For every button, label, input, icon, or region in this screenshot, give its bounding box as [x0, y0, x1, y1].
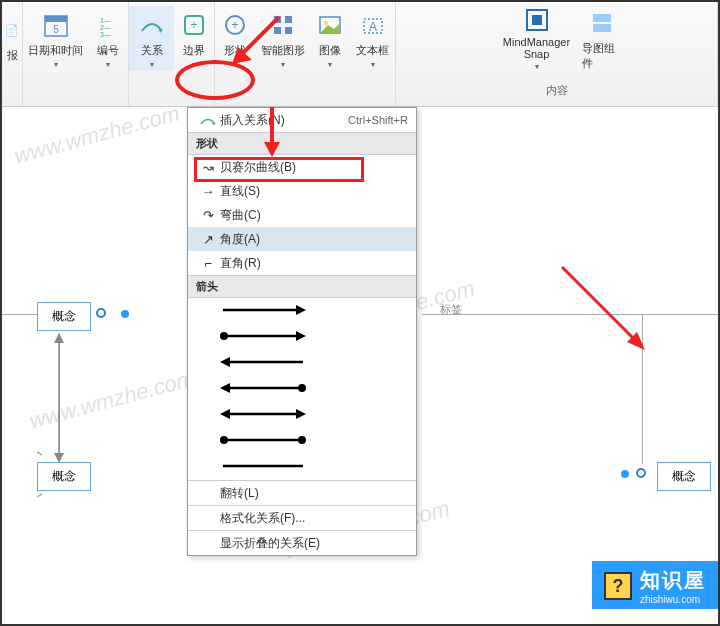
textbox-icon: A	[357, 9, 389, 41]
node-port[interactable]	[636, 468, 646, 478]
svg-point-29	[220, 332, 228, 340]
arrow-option-7[interactable]	[188, 454, 416, 480]
connector-dashed	[422, 314, 720, 315]
node-label: 概念	[52, 469, 76, 483]
brand-url: zhishiwu.com	[640, 594, 706, 605]
menu-bezier[interactable]: ↝ 贝赛尔曲线(B)	[188, 155, 416, 179]
svg-marker-24	[54, 333, 64, 343]
ribbon: 📄 报 5 日期和时间 ▾ 1—2—3— 编号 ▾	[2, 2, 718, 107]
chevron-down-icon: ▾	[150, 60, 154, 69]
menu-right-angle[interactable]: ⌐ 直角(R)	[188, 251, 416, 275]
brand-badge: ? 知识屋 zhishiwu.com	[592, 561, 718, 609]
mapparts-icon	[586, 7, 618, 39]
node-concept-3[interactable]: 概念	[657, 462, 711, 491]
node-port[interactable]	[96, 308, 106, 318]
relation-icon	[136, 9, 168, 41]
snap-icon	[521, 6, 553, 34]
node-concept-2[interactable]: 概念	[37, 462, 91, 491]
rightangle-icon: ⌐	[196, 256, 220, 271]
ribbon-btn-number[interactable]: 1—2—3— 编号 ▾	[88, 6, 128, 71]
svg-point-16	[324, 21, 328, 25]
ribbon-btn-boundary[interactable]: + 边界 ▾	[174, 6, 214, 71]
svg-rect-20	[532, 15, 542, 25]
ribbon-btn-image[interactable]: 图像 ▾	[310, 6, 350, 71]
arrow-option-5[interactable]	[188, 402, 416, 428]
menu-label: 直线(S)	[220, 183, 408, 200]
watermark: www.wmzhe.com	[12, 100, 183, 169]
menu-label: 角度(A)	[220, 231, 408, 248]
ribbon-btn-mapparts[interactable]: 导图组件	[582, 6, 622, 71]
ribbon-btn-datetime[interactable]: 5 日期和时间 ▾	[23, 6, 88, 71]
chevron-down-icon: ▾	[371, 60, 375, 69]
svg-rect-12	[285, 16, 292, 23]
svg-rect-14	[285, 27, 292, 34]
node-concept-1[interactable]: 概念	[37, 302, 91, 331]
ribbon-group-4: + 形状 ▾ 智能图形 ▾ 图像 ▾ A	[215, 2, 396, 106]
svg-rect-1	[45, 16, 67, 22]
ribbon-section-label: 内容	[546, 83, 568, 102]
arrow-option-2[interactable]	[188, 324, 416, 350]
svg-point-36	[298, 384, 306, 392]
brand-logo-icon: ?	[604, 572, 632, 600]
menu-label: 翻转(L)	[220, 485, 408, 502]
node-label: 概念	[52, 309, 76, 323]
arrow-option-3[interactable]	[188, 350, 416, 376]
ribbon-label: 编号	[97, 43, 119, 58]
ribbon-group-1: 📄 报	[2, 2, 23, 106]
menu-label: 贝赛尔曲线(B)	[220, 159, 408, 176]
menu-label: 插入关系(N)	[220, 112, 348, 129]
chevron-down-icon: ▾	[54, 60, 58, 69]
smartshape-icon	[267, 9, 299, 41]
edge-label[interactable]: 标签	[440, 302, 462, 317]
calendar-icon: 5	[40, 9, 72, 41]
ribbon-group-3: 关系 ▾ + 边界 ▾	[129, 2, 215, 106]
svg-text:5: 5	[53, 24, 59, 35]
ribbon-btn-relation[interactable]: 关系 ▾	[129, 6, 174, 71]
connector-dashed	[642, 314, 643, 464]
svg-text:3—: 3—	[100, 31, 111, 37]
ribbon-label: 日期和时间	[28, 43, 83, 58]
menu-shortcut: Ctrl+Shift+R	[348, 114, 408, 126]
menu-label: 显示折叠的关系(E)	[220, 535, 408, 552]
menu-label: 直角(R)	[220, 255, 408, 272]
svg-marker-39	[296, 409, 306, 419]
chevron-down-icon: ▾	[535, 62, 539, 71]
ribbon-btn-report[interactable]: 📄 报	[2, 6, 22, 71]
svg-marker-31	[296, 331, 306, 341]
menu-angle[interactable]: ↗ 角度(A)	[188, 227, 416, 251]
brand-title: 知识屋	[640, 567, 706, 594]
ribbon-btn-shape[interactable]: + 形状 ▾	[215, 6, 255, 71]
ribbon-btn-snap[interactable]: MindManager Snap ▾	[492, 6, 582, 71]
svg-point-40	[220, 436, 228, 444]
menu-section-arrow: 箭头	[188, 275, 416, 298]
arrow-option-1[interactable]	[188, 298, 416, 324]
svg-text:+: +	[190, 18, 197, 32]
angle-icon: ↗	[196, 232, 220, 247]
arrow-option-6[interactable]	[188, 428, 416, 454]
image-icon	[314, 9, 346, 41]
menu-format[interactable]: 格式化关系(F)...	[188, 506, 416, 530]
svg-rect-22	[593, 24, 611, 32]
node-port-dot[interactable]	[621, 470, 629, 478]
menu-straight[interactable]: → 直线(S)	[188, 179, 416, 203]
menu-show-collapsed[interactable]: 显示折叠的关系(E)	[188, 531, 416, 555]
svg-rect-13	[274, 27, 281, 34]
ribbon-label: 图像	[319, 43, 341, 58]
straight-icon: →	[196, 184, 220, 199]
menu-insert-relation[interactable]: 插入关系(N) Ctrl+Shift+R	[188, 108, 416, 132]
node-port-dot[interactable]	[121, 310, 129, 318]
menu-curved[interactable]: ↷ 弯曲(C)	[188, 203, 416, 227]
arrow-option-4[interactable]	[188, 376, 416, 402]
menu-flip[interactable]: 翻转(L)	[188, 481, 416, 505]
svg-rect-11	[274, 16, 281, 23]
chevron-down-icon: ▾	[233, 60, 237, 69]
relation-icon	[196, 113, 220, 127]
ribbon-btn-textbox[interactable]: A 文本框 ▾	[350, 6, 395, 71]
svg-point-42	[298, 436, 306, 444]
ribbon-label: 关系	[141, 43, 163, 58]
circle-part-icon	[0, 447, 42, 502]
ribbon-group-2: 5 日期和时间 ▾ 1—2—3— 编号 ▾	[23, 2, 129, 106]
ribbon-btn-smartshape[interactable]: 智能图形 ▾	[255, 6, 310, 71]
node-label: 概念	[672, 469, 696, 483]
ribbon-label: 文本框	[356, 43, 389, 58]
